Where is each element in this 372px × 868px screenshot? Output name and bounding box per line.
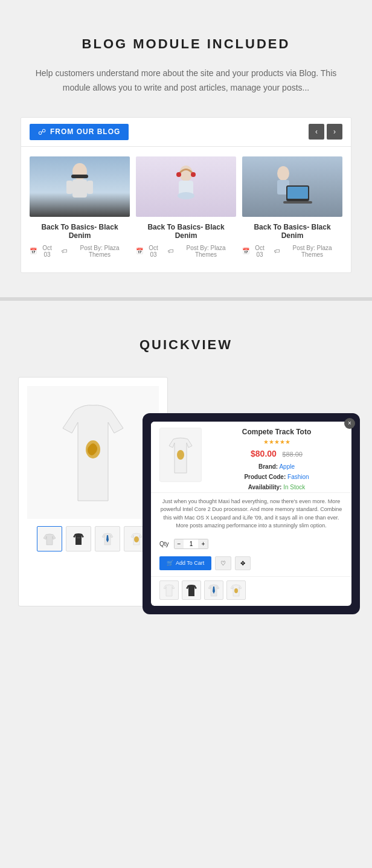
thumbnail-2[interactable] xyxy=(66,526,91,551)
blog-section-title: BLOG MODULE INCLUDED xyxy=(18,36,354,52)
modal-thumbnails xyxy=(151,576,351,606)
modal-price-row: $80.00 $88.00 xyxy=(210,448,343,459)
laptop-scene xyxy=(242,156,342,217)
blog-post-author-1: 🏷 Post By: Plaza Themes xyxy=(62,245,130,258)
qty-box[interactable]: − + xyxy=(174,539,209,549)
modal-thumb-shirt-dark-icon xyxy=(185,582,198,599)
modal-thumb-2[interactable] xyxy=(182,580,201,600)
modal-thumb-shirt-white-icon xyxy=(162,582,176,599)
quickview-modal: × Compete Track Toto ★★★★★ $80.00 xyxy=(143,413,360,614)
quickview-section: QUICKVIEW xyxy=(0,301,372,637)
blog-post-img-2 xyxy=(136,156,236,217)
shirt-svg xyxy=(54,392,132,513)
blog-header-title: FROM OUR BLOG xyxy=(50,127,120,136)
thumbnail-3[interactable] xyxy=(95,526,120,551)
vr-person-icon xyxy=(62,162,98,211)
blog-header: ☍ FROM OUR BLOG ‹ › xyxy=(21,118,351,147)
svg-point-7 xyxy=(191,172,196,177)
svg-rect-1 xyxy=(71,175,88,178)
wishlist-button[interactable]: ♡ xyxy=(215,556,231,570)
blog-next-button[interactable]: › xyxy=(327,124,342,140)
modal-header: Compete Track Toto ★★★★★ $80.00 $88.00 B… xyxy=(151,422,351,492)
tag-icon-3: 🏷 xyxy=(274,248,280,254)
tag-icon-1: 🏷 xyxy=(62,248,68,254)
modal-thumb-4[interactable] xyxy=(226,580,246,600)
svg-rect-2 xyxy=(72,179,87,198)
calendar-icon-1: 📅 xyxy=(30,248,37,254)
svg-rect-13 xyxy=(287,187,308,199)
svg-rect-16 xyxy=(77,538,80,538)
blog-header-left: ☍ FROM OUR BLOG xyxy=(30,124,129,140)
modal-price-old: $88.00 xyxy=(282,451,303,458)
modal-thumb-shirt-patch-icon xyxy=(229,582,243,599)
modal-inner: Compete Track Toto ★★★★★ $80.00 $88.00 B… xyxy=(151,422,351,606)
cart-icon: 🛒 xyxy=(167,560,173,566)
svg-rect-14 xyxy=(283,201,312,204)
blog-post-author-2: 🏷 Post By: Plaza Themes xyxy=(168,245,236,258)
blog-post-2: Back To Basics- Black Denim 📅 Oct 03 🏷 P… xyxy=(136,156,236,258)
svg-point-18 xyxy=(177,450,184,460)
blog-section-desc: Help customers understand more about the… xyxy=(35,66,337,95)
modal-product-name: Compete Track Toto xyxy=(210,428,343,436)
modal-price-new: $80.00 xyxy=(251,449,277,458)
qty-input[interactable] xyxy=(184,539,198,548)
blog-post-date-3: 📅 Oct 03 xyxy=(242,245,268,258)
modal-close-button[interactable]: × xyxy=(344,418,355,429)
brand-value: Apple xyxy=(279,463,295,470)
svg-rect-4 xyxy=(87,181,93,194)
svg-point-6 xyxy=(176,172,181,177)
blog-post-title-2: Back To Basics- Black Denim xyxy=(136,223,236,240)
blog-card-container: ☍ FROM OUR BLOG ‹ › xyxy=(21,117,351,273)
code-label: Product Code: xyxy=(244,474,286,480)
qty-increase-button[interactable]: + xyxy=(198,539,208,548)
modal-product-image xyxy=(159,428,202,482)
modal-product-details: Compete Track Toto ★★★★★ $80.00 $88.00 B… xyxy=(210,428,343,492)
svg-point-10 xyxy=(277,166,289,181)
avail-value: In Stock xyxy=(283,484,305,490)
modal-shirt-svg xyxy=(165,432,196,477)
modal-meta: Brand: Apple Product Code: Fashion Avail… xyxy=(210,461,343,492)
calendar-icon-2: 📅 xyxy=(136,248,143,254)
blog-nav-buttons: ‹ › xyxy=(309,124,342,140)
compare-button[interactable]: ✥ xyxy=(235,556,251,570)
product-main-image xyxy=(27,386,159,519)
blog-post-title-3: Back To Basics- Black Denim xyxy=(242,223,342,240)
brand-label: Brand: xyxy=(258,463,278,470)
blog-post-3: Back To Basics- Black Denim 📅 Oct 03 🏷 P… xyxy=(242,156,342,258)
quickview-display: × Compete Track Toto ★★★★★ $80.00 xyxy=(18,377,354,606)
qty-label: Qty xyxy=(159,541,169,547)
modal-qty-row: Qty − + xyxy=(151,535,351,553)
blog-post-1: Back To Basics- Black Denim 📅 Oct 03 🏷 P… xyxy=(30,156,130,258)
avail-label: Availability: xyxy=(248,484,282,490)
qty-decrease-button[interactable]: − xyxy=(175,539,184,548)
modal-product-rating: ★★★★★ xyxy=(210,439,343,445)
modal-actions: 🛒 Add To Cart ♡ ✥ xyxy=(151,553,351,576)
thumb-shirt-dark-icon xyxy=(72,530,85,547)
product-thumbnails xyxy=(27,526,159,551)
headphone-person-icon xyxy=(168,162,204,211)
blog-post-meta-1: 📅 Oct 03 🏷 Post By: Plaza Themes xyxy=(30,245,130,258)
svg-point-9 xyxy=(178,192,194,199)
code-value: Fashion xyxy=(287,474,309,480)
blog-post-meta-2: 📅 Oct 03 🏷 Post By: Plaza Themes xyxy=(136,245,236,258)
headphone-scene xyxy=(136,156,236,217)
thumb-tie-icon xyxy=(101,530,114,547)
add-to-cart-button[interactable]: 🛒 Add To Cart xyxy=(159,556,211,570)
blog-prev-button[interactable]: ‹ xyxy=(309,124,324,140)
modal-thumb-shirt-tie-icon xyxy=(207,582,220,599)
blog-post-img-3 xyxy=(242,156,342,217)
blog-post-title-1: Back To Basics- Black Denim xyxy=(30,223,130,240)
thumbnail-1[interactable] xyxy=(37,526,62,551)
laptop-person-icon xyxy=(271,162,313,211)
modal-thumb-3[interactable] xyxy=(204,580,223,600)
vr-scene xyxy=(30,156,130,217)
blog-post-author-3: 🏷 Post By: Plaza Themes xyxy=(274,245,342,258)
calendar-icon-3: 📅 xyxy=(242,248,249,254)
svg-point-19 xyxy=(234,588,238,593)
svg-point-5 xyxy=(179,166,193,181)
thumb-shirt-icon xyxy=(41,530,58,547)
modal-thumb-1[interactable] xyxy=(159,580,179,600)
modal-description: Just when you thought Maxi had everythin… xyxy=(151,492,351,535)
blog-post-meta-3: 📅 Oct 03 🏷 Post By: Plaza Themes xyxy=(242,245,342,258)
quickview-section-title: QUICKVIEW xyxy=(18,337,354,353)
